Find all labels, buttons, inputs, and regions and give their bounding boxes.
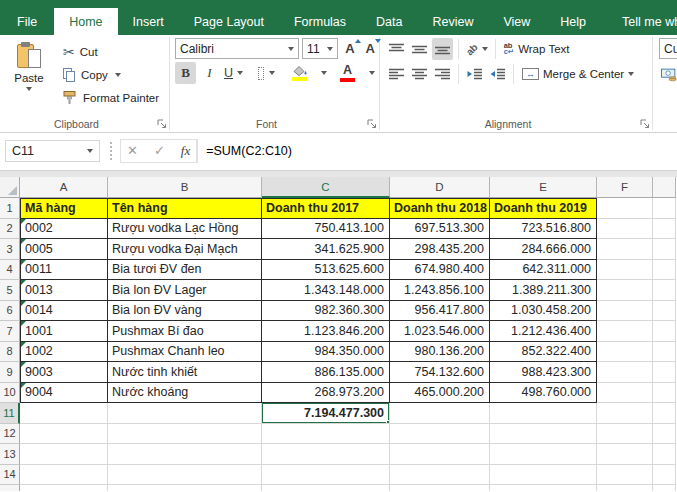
row-header-4[interactable]: 4 — [0, 260, 20, 281]
merge-center-dropdown-icon[interactable] — [628, 72, 634, 76]
cell-G8[interactable] — [653, 342, 676, 363]
cell-C15[interactable] — [262, 485, 390, 491]
cell-D11[interactable] — [390, 403, 490, 424]
cell-C7[interactable]: 1.123.846.200 — [262, 321, 390, 342]
cell-A13[interactable] — [20, 444, 108, 465]
cell-B11[interactable] — [108, 403, 262, 424]
column-header-B[interactable]: B — [108, 177, 262, 198]
fill-color-button[interactable] — [289, 62, 310, 84]
align-left-button[interactable] — [386, 63, 407, 85]
row-header-6[interactable]: 6 — [0, 301, 20, 322]
copy-dropdown-icon[interactable] — [115, 73, 121, 77]
cell-E6[interactable]: 1.030.458.200 — [490, 301, 597, 322]
cell-C9[interactable]: 886.135.000 — [262, 362, 390, 383]
cell-E15[interactable] — [490, 485, 597, 491]
cell-G3[interactable] — [653, 239, 676, 260]
cell-G4[interactable] — [653, 260, 676, 281]
row-header-8[interactable]: 8 — [0, 342, 20, 363]
cell-D10[interactable]: 465.000.200 — [390, 383, 490, 404]
cell-G6[interactable] — [653, 301, 676, 322]
tab-formulas[interactable]: Formulas — [279, 8, 361, 35]
cell-C5[interactable]: 1.343.148.000 — [262, 280, 390, 301]
cell-B9[interactable]: Nước tinh khiết — [108, 362, 262, 383]
cell-F7[interactable] — [597, 321, 653, 342]
cell-F15[interactable] — [597, 485, 653, 491]
fill-color-dropdown[interactable] — [313, 62, 334, 84]
cell-D7[interactable]: 1.023.546.000 — [390, 321, 490, 342]
cell-E3[interactable]: 284.666.000 — [490, 239, 597, 260]
row-header-2[interactable]: 2 — [0, 219, 20, 240]
column-header-A[interactable]: A — [20, 177, 108, 198]
cell-G15[interactable] — [653, 485, 676, 491]
orientation-button[interactable]: ab — [464, 38, 490, 60]
cell-A7[interactable]: 1001 — [20, 321, 108, 342]
cell-B3[interactable]: Rượu vodka Đại Mạch — [108, 239, 262, 260]
merge-center-button[interactable]: ↔ Merge & Center — [519, 63, 637, 85]
cell-B13[interactable] — [108, 444, 262, 465]
font-color-button[interactable]: A — [337, 62, 358, 84]
cell-A6[interactable]: 0014 — [20, 301, 108, 322]
middle-align-button[interactable] — [409, 38, 430, 60]
cell-C13[interactable] — [262, 444, 390, 465]
cell-F14[interactable] — [597, 465, 653, 486]
clipboard-dialog-launcher-icon[interactable] — [157, 119, 167, 129]
tab-view[interactable]: View — [488, 8, 545, 35]
cell-E10[interactable]: 498.760.000 — [490, 383, 597, 404]
tab-home[interactable]: Home — [54, 8, 117, 35]
paste-dropdown-icon[interactable] — [26, 87, 32, 91]
cell-G9[interactable] — [653, 362, 676, 383]
row-header-13[interactable]: 13 — [0, 444, 20, 465]
font-size-combobox[interactable]: 11 — [302, 38, 338, 59]
font-size-dropdown-icon[interactable] — [327, 47, 333, 51]
column-header-partial[interactable] — [653, 177, 676, 198]
cell-A9[interactable]: 9003 — [20, 362, 108, 383]
row-header-9[interactable]: 9 — [0, 362, 20, 383]
row-header-12[interactable]: 12 — [0, 424, 20, 445]
cell-F13[interactable] — [597, 444, 653, 465]
row-header-14[interactable]: 14 — [0, 465, 20, 486]
copy-button[interactable]: Copy — [60, 63, 162, 86]
orientation-dropdown-icon[interactable] — [482, 47, 488, 51]
cell-B2[interactable]: Rượu vodka Lạc Hồng — [108, 219, 262, 240]
cell-G11[interactable] — [653, 403, 676, 424]
cell-G1[interactable] — [653, 198, 676, 219]
cell-C3[interactable]: 341.625.900 — [262, 239, 390, 260]
cell-E5[interactable]: 1.389.211.300 — [490, 280, 597, 301]
cell-B6[interactable]: Bia lon ĐV vàng — [108, 301, 262, 322]
insert-function-icon[interactable]: fx — [181, 143, 190, 159]
tab-review[interactable]: Review — [417, 8, 488, 35]
shrink-font-button[interactable]: A — [362, 41, 379, 56]
cell-B5[interactable]: Bia lon ĐV Lager — [108, 280, 262, 301]
row-header-3[interactable]: 3 — [0, 239, 20, 260]
tab-file[interactable]: File — [0, 8, 54, 35]
cell-D4[interactable]: 674.980.400 — [390, 260, 490, 281]
enter-icon[interactable]: ✓ — [154, 143, 165, 158]
name-box-dropdown-icon[interactable] — [87, 149, 93, 153]
cell-G14[interactable] — [653, 465, 676, 486]
tab-page-layout[interactable]: Page Layout — [179, 8, 279, 35]
tab-insert[interactable]: Insert — [118, 8, 179, 35]
cell-A2[interactable]: 0002 — [20, 219, 108, 240]
alignment-dialog-launcher-icon[interactable] — [640, 119, 650, 129]
cell-G2[interactable] — [653, 219, 676, 240]
cell-G12[interactable] — [653, 424, 676, 445]
cell-C11[interactable]: 7.194.477.300 — [262, 403, 390, 424]
cell-D8[interactable]: 980.136.200 — [390, 342, 490, 363]
cell-D9[interactable]: 754.132.600 — [390, 362, 490, 383]
number-format-combobox[interactable]: Cu — [659, 38, 677, 59]
cell-G7[interactable] — [653, 321, 676, 342]
row-header-11[interactable]: 11 — [0, 403, 20, 424]
align-right-button[interactable] — [432, 63, 453, 85]
cell-C4[interactable]: 513.625.600 — [262, 260, 390, 281]
cell-A14[interactable] — [20, 465, 108, 486]
bold-button[interactable]: B — [175, 62, 196, 84]
column-header-C[interactable]: C — [262, 177, 390, 198]
name-box[interactable]: C11 — [5, 140, 100, 162]
cell-F3[interactable] — [597, 239, 653, 260]
cell-A15[interactable] — [20, 485, 108, 491]
cell-G10[interactable] — [653, 383, 676, 404]
cell-E4[interactable]: 642.311.000 — [490, 260, 597, 281]
cell-A8[interactable]: 1002 — [20, 342, 108, 363]
row-header-1[interactable]: 1 — [0, 198, 20, 219]
cell-B8[interactable]: Pushmax Chanh leo — [108, 342, 262, 363]
